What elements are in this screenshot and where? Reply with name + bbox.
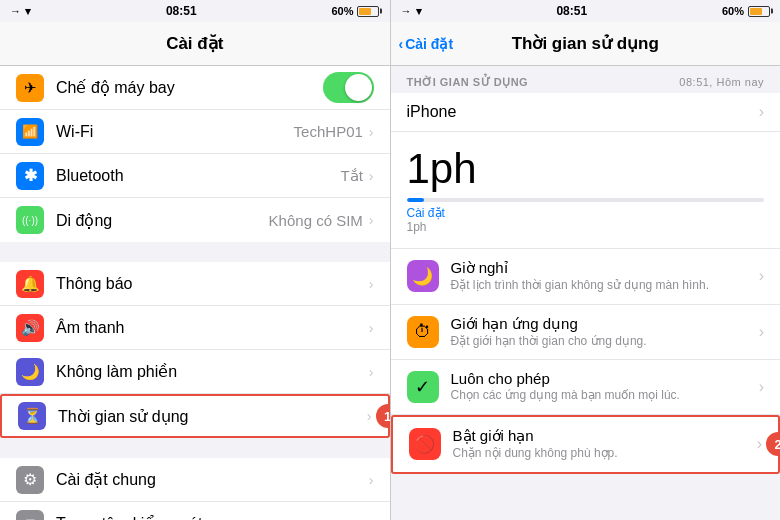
row-wifi[interactable]: 📶 Wi-Fi TechHP01 › (0, 110, 390, 154)
left-panel: → ▾ 08:51 60% Cài đặt ✈ Chế độ máy bay 📶… (0, 0, 391, 520)
dnd-icon: 🌙 (16, 358, 44, 386)
section-notifications: 🔔 Thông báo › 🔊 Âm thanh › 🌙 Không làm p… (0, 262, 390, 438)
row-bluetooth[interactable]: ✱ Bluetooth Tắt › (0, 154, 390, 198)
always-allowed-subtitle: Chọn các ứng dụng mà bạn muốn mọi lúc. (451, 388, 759, 404)
battery-percent-right: 60% (722, 5, 744, 17)
wifi-icon: 📶 (16, 118, 44, 146)
battery-icon-right (748, 6, 770, 17)
cellular-label: Di động (56, 211, 269, 230)
back-button[interactable]: ‹ Cài đặt (399, 36, 454, 52)
settings-list: ✈ Chế độ máy bay 📶 Wi-Fi TechHP01 › ✱ Bl… (0, 66, 390, 520)
screen-time-chevron-icon: › (367, 408, 372, 424)
airplane-icon: ✈ (16, 74, 44, 102)
status-left: → ▾ (10, 5, 31, 18)
battery-icon-left (357, 6, 379, 17)
airplane-label: Chế độ máy bay (56, 78, 323, 97)
status-bar-left: → ▾ 08:51 60% (0, 0, 390, 22)
sounds-chevron-icon: › (369, 320, 374, 336)
notifications-chevron-icon: › (369, 276, 374, 292)
device-chevron-icon: › (759, 103, 764, 121)
section-header-time: 08:51, Hôm nay (679, 76, 764, 89)
wifi-status-icon: ▾ (25, 5, 31, 18)
divider-2 (0, 438, 390, 458)
bluetooth-icon: ✱ (16, 162, 44, 190)
notifications-label: Thông báo (56, 275, 369, 293)
row-cellular[interactable]: ((·)) Di động Không có SIM › (0, 198, 390, 242)
content-restrictions-text: Bật giới hạn Chặn nội dung không phù hợp… (453, 427, 757, 462)
big-time-display: 1ph (407, 146, 765, 192)
feature-downtime[interactable]: 🌙 Giờ nghỉ Đặt lịch trình thời gian khôn… (391, 249, 781, 305)
nav-bar-left: Cài đặt (0, 22, 390, 66)
status-right-left: 60% (331, 5, 379, 17)
content-restrictions-subtitle: Chặn nội dung không phù hợp. (453, 446, 757, 462)
wifi-chevron-icon: › (369, 124, 374, 140)
time-left: 08:51 (166, 4, 197, 18)
annotation-2-bubble: 2 (766, 432, 780, 456)
downtime-icon: 🌙 (407, 260, 439, 292)
screen-time-icon: ⏳ (18, 402, 46, 430)
row-control-center[interactable]: ⊞ Trung tâm kiểm soát › (0, 502, 390, 520)
row-dnd[interactable]: 🌙 Không làm phiền › (0, 350, 390, 394)
row-screen-time[interactable]: ⏳ Thời gian sử dụng › 1 (0, 394, 390, 438)
nav-bar-right: ‹ Cài đặt Thời gian sử dụng (391, 22, 781, 66)
dnd-label: Không làm phiền (56, 362, 369, 381)
feature-content-restrictions[interactable]: 🚫 Bật giới hạn Chặn nội dung không phù h… (391, 415, 781, 474)
content-restrictions-title: Bật giới hạn (453, 427, 757, 445)
downtime-chevron-icon: › (759, 267, 764, 285)
app-limits-icon: ⏱ (407, 316, 439, 348)
dnd-chevron-icon: › (369, 364, 374, 380)
back-label: Cài đặt (405, 36, 453, 52)
app-limits-title: Giới hạn ứng dụng (451, 315, 759, 333)
row-airplane[interactable]: ✈ Chế độ máy bay (0, 66, 390, 110)
content-restrictions-icon: 🚫 (409, 428, 441, 460)
nav-title-right: Thời gian sử dụng (512, 33, 659, 54)
app-limits-chevron-icon: › (759, 323, 764, 341)
progress-bar-fill (407, 198, 425, 202)
usage-section-header: THỜI GIAN SỬ DỤNG 08:51, Hôm nay (391, 66, 781, 93)
row-general[interactable]: ⚙ Cài đặt chung › (0, 458, 390, 502)
row-notifications[interactable]: 🔔 Thông báo › (0, 262, 390, 306)
sounds-icon: 🔊 (16, 314, 44, 342)
nav-title-left: Cài đặt (166, 33, 223, 54)
section-header-label: THỜI GIAN SỬ DỤNG (407, 76, 529, 89)
downtime-subtitle: Đặt lịch trình thời gian không sử dụng m… (451, 278, 759, 294)
back-chevron-icon: ‹ (399, 36, 404, 52)
status-left-right: → ▾ (401, 5, 422, 18)
row-sounds[interactable]: 🔊 Âm thanh › (0, 306, 390, 350)
battery-percent-left: 60% (331, 5, 353, 17)
general-label: Cài đặt chung (56, 470, 369, 489)
cellular-chevron-icon: › (369, 212, 374, 228)
control-center-chevron-icon: › (369, 516, 374, 521)
downtime-title: Giờ nghỉ (451, 259, 759, 277)
notifications-icon: 🔔 (16, 270, 44, 298)
bluetooth-label: Bluetooth (56, 167, 340, 185)
wifi-value: TechHP01 (294, 123, 363, 140)
app-limits-subtitle: Đặt giới hạn thời gian cho ứng dụng. (451, 334, 759, 350)
airplane-toggle[interactable] (323, 72, 374, 103)
status-bar-right: → ▾ 08:51 60% (391, 0, 781, 22)
always-allowed-chevron-icon: › (759, 378, 764, 396)
usage-display: 1ph Cài đặt 1ph (391, 132, 781, 249)
cellular-value: Không có SIM (269, 212, 363, 229)
feature-always-allowed[interactable]: ✓ Luôn cho phép Chọn các ứng dụng mà bạn… (391, 360, 781, 415)
device-label: iPhone (407, 103, 457, 121)
bluetooth-value: Tắt (340, 167, 362, 185)
wifi-label: Wi-Fi (56, 123, 294, 141)
general-chevron-icon: › (369, 472, 374, 488)
annotation-1-bubble: 1 (376, 404, 390, 428)
always-allowed-text: Luôn cho phép Chọn các ứng dụng mà bạn m… (451, 370, 759, 404)
time-right: 08:51 (556, 4, 587, 18)
section-connectivity: ✈ Chế độ máy bay 📶 Wi-Fi TechHP01 › ✱ Bl… (0, 66, 390, 242)
divider-1 (0, 242, 390, 262)
cellular-icon: ((·)) (16, 206, 44, 234)
feature-app-limits[interactable]: ⏱ Giới hạn ứng dụng Đặt giới hạn thời gi… (391, 305, 781, 361)
control-center-icon: ⊞ (16, 510, 44, 521)
wifi-icon-right: ▾ (416, 5, 422, 18)
sounds-label: Âm thanh (56, 319, 369, 337)
sublabel-caidat: Cài đặt (407, 206, 765, 220)
signal-icon: → (10, 5, 21, 17)
sublabel-time: 1ph (407, 220, 765, 234)
control-center-label: Trung tâm kiểm soát (56, 514, 369, 520)
device-row[interactable]: iPhone › (391, 93, 781, 132)
bluetooth-chevron-icon: › (369, 168, 374, 184)
